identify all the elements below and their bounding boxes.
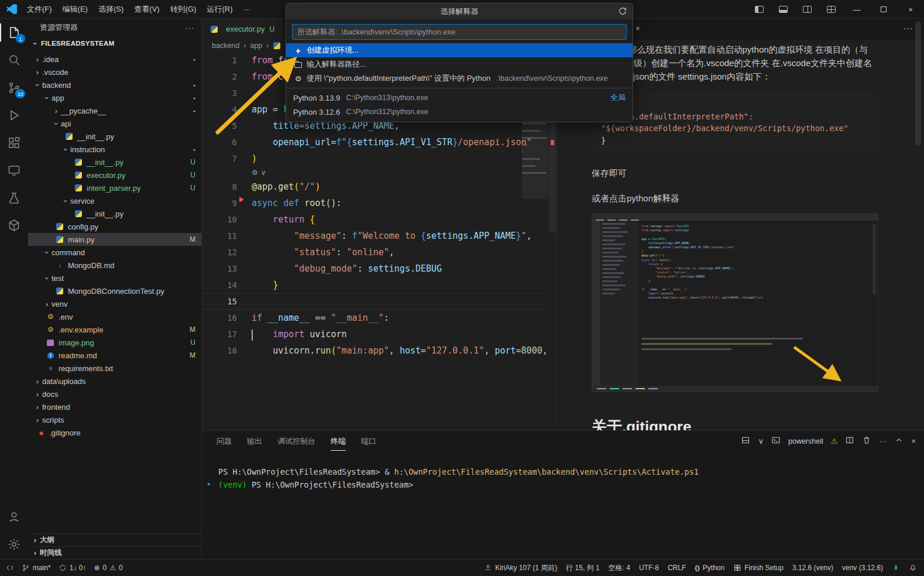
close-tab-icon[interactable]: × xyxy=(636,24,640,33)
maximize-panel-icon[interactable] xyxy=(894,436,904,447)
close-panel-icon[interactable]: × xyxy=(911,437,916,445)
tree-item-data-uploads[interactable]: ›data\uploads xyxy=(28,375,201,388)
explorer-more-actions-icon[interactable]: ··· xyxy=(185,23,194,32)
tree-item-command[interactable]: ›command xyxy=(28,246,201,259)
interpreter-option-python-defaultinterpreterpath-python[interactable]: ⚙使用 \"python.defaultInterpreterPath\" 设置… xyxy=(286,71,633,85)
tree-item-requirements-txt[interactable]: ≡requirements.txt xyxy=(28,362,201,375)
status-eol[interactable]: CRLF xyxy=(668,564,686,572)
minimize-button[interactable]: — xyxy=(843,0,870,19)
tree-item-test[interactable]: ›test xyxy=(28,272,201,284)
status-blame[interactable]: KiriAky 107 (1 周前) xyxy=(484,563,557,573)
tree-item-docs[interactable]: ›docs xyxy=(28,388,201,400)
breadcrumb-item[interactable]: backend xyxy=(212,42,239,50)
code-line-9[interactable]: 9async def root(): xyxy=(202,195,548,211)
editor-actions-more-icon[interactable]: ··· xyxy=(904,23,913,33)
tree-item-venv[interactable]: ›venv xyxy=(28,297,201,310)
activity-python-env-icon[interactable] xyxy=(0,211,28,239)
activity-run-debug-icon[interactable] xyxy=(0,101,28,129)
tree-item-service[interactable]: ›service xyxy=(28,194,201,207)
maximize-button[interactable] xyxy=(870,0,897,19)
interpreter-option-item[interactable]: +创建虚拟环境... xyxy=(286,43,633,57)
tree-item-env-example[interactable]: ⚙.env.exampleM xyxy=(28,323,201,336)
activity-settings-icon[interactable] xyxy=(0,530,28,558)
tree-item-intent-parser-py[interactable]: intent_parser.pyU xyxy=(28,181,201,194)
tree-item-backend[interactable]: ›backend● xyxy=(28,78,201,91)
timeline-section[interactable]: › 时间线 xyxy=(28,546,201,559)
code-line-14[interactable]: 14 } xyxy=(202,277,548,293)
outline-section[interactable]: › 大纲 xyxy=(28,533,201,546)
status-sync[interactable]: 1↓ 0↑ xyxy=(59,564,87,572)
tree-item-init-py[interactable]: __init__.py xyxy=(28,207,201,220)
status-finish-setup[interactable]: Finish Setup xyxy=(733,564,784,572)
option-action[interactable]: 全局 xyxy=(610,92,626,103)
terminal-output[interactable]: PS H:\OwnProject\FilesReadSysteam> & h:\… xyxy=(218,466,912,491)
kill-terminal-icon[interactable] xyxy=(862,436,871,447)
status-mongodb-leaf[interactable] xyxy=(892,564,900,572)
panel-tab-item[interactable]: 输出 xyxy=(247,436,262,451)
code-line-12[interactable]: 12 "status": "online", xyxy=(202,244,548,260)
breadcrumb-item[interactable]: app xyxy=(250,42,262,50)
tree-item-config-py[interactable]: config.py xyxy=(28,220,201,233)
menu-v[interactable]: 查看(V) xyxy=(129,3,164,16)
tree-item-mongodbconnectiontest-py[interactable]: MongoDBConnectionTest.py xyxy=(28,284,201,297)
split-terminal-icon[interactable] xyxy=(845,436,854,447)
menu-f[interactable]: 文件(F) xyxy=(22,3,57,16)
toggle-secondary-sidebar-icon[interactable] xyxy=(803,6,812,13)
tree-item-executor-py[interactable]: executor.pyU xyxy=(28,169,201,181)
code-line-11[interactable]: 11 "message": f"Welcome to {settings.APP… xyxy=(202,228,548,244)
close-button[interactable]: × xyxy=(897,0,924,19)
tree-item-vscode[interactable]: ›.vscode xyxy=(28,66,201,78)
tab-executor-py[interactable]: executor.py U xyxy=(202,19,283,39)
refresh-icon[interactable] xyxy=(618,6,627,18)
menu-r[interactable]: 运行(R) xyxy=(201,3,238,16)
status-cursor[interactable]: 行 15, 列 1 xyxy=(566,563,599,573)
menu-item[interactable]: ··· xyxy=(238,3,256,16)
code-line-18[interactable]: 18 uvicorn.run("main:app", host="127.0.0… xyxy=(202,342,548,359)
menu-e[interactable]: 编辑(E) xyxy=(57,3,93,16)
activity-explorer-icon[interactable]: 1 xyxy=(0,19,28,46)
code-line-8[interactable]: 8@app.get("/") xyxy=(202,179,548,195)
activity-source-control-icon[interactable]: 10 xyxy=(0,74,28,101)
menu-g[interactable]: 转到(G) xyxy=(165,3,202,16)
tree-item-idea[interactable]: ›.idea● xyxy=(28,53,201,66)
tree-item-frontend[interactable]: ›frontend xyxy=(28,400,201,413)
tree-item-main-py[interactable]: main.pyM xyxy=(28,233,201,246)
activity-remote-explorer-icon[interactable] xyxy=(0,156,28,184)
status-python-version[interactable]: 3.12.6 (venv) xyxy=(792,564,833,572)
tree-item-pycache[interactable]: ›__pycache__● xyxy=(28,104,201,117)
tree-item-app[interactable]: ›app● xyxy=(28,91,201,104)
status-problems[interactable]: ⊗0⚠0 xyxy=(94,564,122,572)
panel-tab-item[interactable]: 终端 xyxy=(331,436,346,451)
status-branch[interactable]: main* xyxy=(22,564,51,572)
tree-item-image-png[interactable]: image.pngU xyxy=(28,336,201,349)
code-line-15[interactable]: 15 xyxy=(202,293,548,310)
toggle-panel-icon[interactable] xyxy=(779,6,788,13)
tree-item-api[interactable]: ›api xyxy=(28,117,201,130)
chevron-down-icon[interactable]: ∨ xyxy=(758,437,764,445)
code-line-16[interactable]: 16if __name__ == "__main__": xyxy=(202,310,548,326)
status-venv[interactable]: venv (3.12.6) xyxy=(842,564,883,572)
customize-layout-icon[interactable] xyxy=(827,6,836,13)
status-encoding[interactable]: UTF-8 xyxy=(639,564,659,572)
panel-tab-item[interactable]: 端口 xyxy=(361,436,376,451)
tree-item-readme-md[interactable]: ireadme.mdM xyxy=(28,349,201,362)
tree-item-env[interactable]: ⚙.env xyxy=(28,310,201,323)
panel-tab-item[interactable]: 问题 xyxy=(217,436,232,451)
preview-scrollbar[interactable] xyxy=(915,21,921,145)
tree-item-init-py[interactable]: __init__.py xyxy=(28,130,201,143)
panel-views-icon[interactable] xyxy=(741,436,750,447)
menu-s[interactable]: 选择(S) xyxy=(93,3,129,16)
more-actions-icon[interactable]: ··· xyxy=(879,437,887,445)
panel-tab-item[interactable]: 调试控制台 xyxy=(277,436,315,451)
interpreter-option-python-3-13-9[interactable]: Python 3.13.9C:\Python313\python.exe全局 xyxy=(286,91,633,105)
code-line-10[interactable]: 10 return { xyxy=(202,211,548,228)
status-remote[interactable] xyxy=(6,564,14,572)
tree-item-init-py[interactable]: __init__.pyU xyxy=(28,156,201,169)
code-line-7[interactable]: 7) xyxy=(202,150,548,167)
workspace-section-header[interactable]: › FILESREADSYSTEAM xyxy=(28,36,201,50)
activity-search-icon[interactable] xyxy=(0,46,28,74)
tree-item-instruction[interactable]: ›instruction● xyxy=(28,143,201,156)
tree-item-scripts[interactable]: ›scripts xyxy=(28,413,201,426)
interpreter-option-item[interactable]: 输入解释器路径... xyxy=(286,57,633,71)
toggle-sidebar-icon[interactable] xyxy=(755,6,764,13)
